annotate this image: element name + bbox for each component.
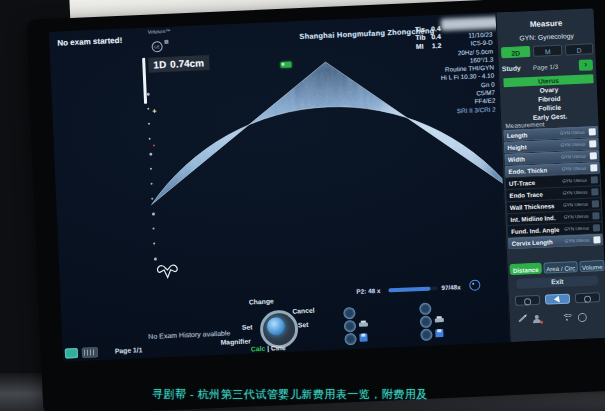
toggle-circle-button[interactable] xyxy=(575,292,600,303)
page-indicator: Page 1/1 xyxy=(115,346,143,354)
depth-marker xyxy=(151,183,153,185)
p3-button[interactable] xyxy=(344,333,357,346)
network-icon[interactable] xyxy=(562,313,572,321)
photo-caption: 寻剧帮 - 杭州第三代试管婴儿新费用表一览，附费用及 xyxy=(152,387,492,402)
panel-subtitle: GYN: Gynecology xyxy=(497,31,595,42)
printer-icon xyxy=(359,320,368,327)
measure-panel: Measure GYN: Gynecology 2D M D Study Pag… xyxy=(495,8,605,342)
cine-speed-label: P2: 48 x xyxy=(356,287,380,295)
ge-logo-icon: GE xyxy=(151,41,162,52)
measurement-tag: GYN Uterus xyxy=(564,226,589,232)
tab-d[interactable]: D xyxy=(565,43,593,55)
depth-marker xyxy=(149,153,152,156)
lasso-icon xyxy=(524,298,531,305)
pencil-icon[interactable] xyxy=(518,315,526,323)
checkbox-icon[interactable] xyxy=(592,212,599,219)
keyboard-icon[interactable] xyxy=(82,347,98,358)
measurement-label: Int. Midline Ind. xyxy=(510,214,555,223)
exam-status-text: No exam started! xyxy=(57,36,122,48)
trackball-change-label: Change xyxy=(249,297,274,305)
checkbox-icon[interactable] xyxy=(589,140,596,147)
measurement-label: UT-Trace xyxy=(509,178,535,186)
measurement-tag: GYN Uterus xyxy=(565,238,590,244)
trackball-magnifier-label: Magnifier xyxy=(220,337,250,345)
checkbox-icon[interactable] xyxy=(592,200,599,207)
chevron-right-icon: › xyxy=(584,60,587,69)
p4-button[interactable] xyxy=(419,303,432,316)
cine-label: Cine xyxy=(271,344,286,352)
caliper-line xyxy=(321,173,339,193)
tab-2d[interactable]: 2D xyxy=(501,46,530,58)
toggle-cursor-button[interactable] xyxy=(545,294,570,305)
index-value: 0.4 xyxy=(431,25,441,32)
patient-add-icon[interactable] xyxy=(533,315,541,323)
status-ring-icon[interactable] xyxy=(578,313,587,322)
printer-icon xyxy=(435,316,444,323)
toggle-lasso-button[interactable] xyxy=(515,295,540,306)
measurement-label: Fund. Ind. Angle xyxy=(511,225,559,234)
cine-frame-counter: 97/48x xyxy=(441,283,461,291)
depth-marker xyxy=(153,243,155,245)
p1-button[interactable] xyxy=(343,307,356,320)
caliper-point-cyan xyxy=(334,168,342,176)
status-chip-icon[interactable] xyxy=(65,348,78,359)
save-icon xyxy=(359,333,367,341)
measurement-tag: GYN Uterus xyxy=(561,166,586,172)
measurement-tag: GYN Uterus xyxy=(561,154,586,160)
checkbox-icon[interactable] xyxy=(591,176,598,183)
brand-name: Voluson™ xyxy=(139,27,179,35)
measurement-label: Width xyxy=(508,155,525,163)
p2-button[interactable] xyxy=(344,320,357,333)
measurement-label: Height xyxy=(507,143,527,151)
trackball-set-right-label: Set xyxy=(298,321,309,328)
ultrasound-screen: No exam started! Voluson™ GE Shanghai Ho… xyxy=(49,8,605,361)
save-icon xyxy=(435,329,443,337)
checkbox-icon[interactable] xyxy=(590,164,597,171)
checkbox-icon[interactable] xyxy=(589,128,596,135)
depth-marker xyxy=(153,228,155,230)
voluson-logo: Voluson™ GE xyxy=(139,27,180,53)
p5-button[interactable] xyxy=(420,316,433,329)
focus-marker xyxy=(153,144,155,146)
measurement-label: Length xyxy=(507,131,528,139)
tab-m[interactable]: M xyxy=(533,45,562,57)
measurement-tag: GYN Uterus xyxy=(560,130,585,136)
cursor-icon xyxy=(554,296,562,304)
depth-marker xyxy=(149,138,151,140)
measurement-label: Cervix Length xyxy=(511,238,553,247)
measurement-label: Endo. Thickn xyxy=(508,166,547,175)
depth-marker xyxy=(147,93,150,96)
measurement-label: Endo Trace xyxy=(509,190,543,198)
checkbox-icon[interactable] xyxy=(593,224,600,231)
checkbox-icon[interactable] xyxy=(590,152,597,159)
depth-marker xyxy=(148,123,150,125)
exam-history-notice: No Exam History available xyxy=(148,329,230,340)
caliper-start-mark: + xyxy=(152,107,156,114)
ultrasound-image xyxy=(137,42,518,308)
depth-marker xyxy=(152,213,155,216)
checkbox-icon[interactable] xyxy=(591,188,598,195)
area-circ-tool-button[interactable]: Area / Circ xyxy=(543,261,577,273)
calc-label: Calc xyxy=(251,345,266,353)
depth-marker xyxy=(147,108,149,110)
measurement-tag: GYN Uterus xyxy=(564,214,589,220)
checkbox-icon[interactable] xyxy=(593,236,600,243)
exit-button[interactable]: Exit xyxy=(516,275,598,289)
uterus-body-marker-icon xyxy=(155,263,180,282)
depth-marker xyxy=(150,168,152,170)
measurement-label: Wall Thickness xyxy=(510,202,555,211)
depth-marker xyxy=(151,198,153,200)
p6-button[interactable] xyxy=(420,329,433,342)
divider: | xyxy=(267,345,269,352)
circle-icon xyxy=(584,296,591,303)
measurement-tag: GYN Uterus xyxy=(563,202,588,208)
trackball-cancel-label: Cancel xyxy=(292,307,315,315)
next-page-button[interactable]: › xyxy=(579,59,593,71)
caliper-point-yellow xyxy=(318,188,326,196)
measurement-tag: GYN Uterus xyxy=(560,142,585,148)
ultrasound-monitor: No exam started! Voluson™ GE Shanghai Ho… xyxy=(26,0,605,411)
distance-tool-button[interactable]: Distance xyxy=(509,263,541,275)
volume-tool-button[interactable]: Volume xyxy=(579,260,604,272)
brand-chip-icon xyxy=(164,40,168,44)
study-label: Study xyxy=(502,64,521,72)
